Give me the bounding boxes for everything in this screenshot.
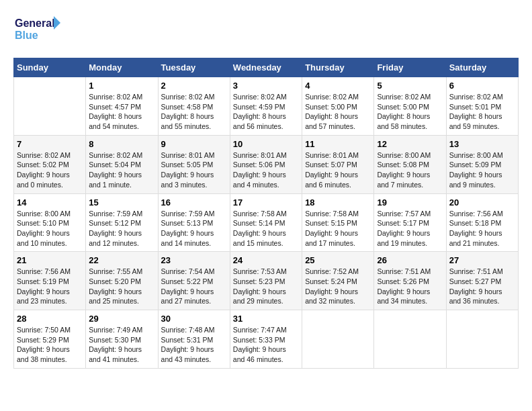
calendar-cell: 18Sunrise: 7:58 AMSunset: 5:15 PMDayligh… bbox=[302, 193, 374, 252]
day-info: Sunrise: 7:47 AMSunset: 5:33 PMDaylight:… bbox=[233, 325, 299, 365]
day-number: 16 bbox=[161, 197, 227, 208]
calendar-cell: 5Sunrise: 8:02 AMSunset: 5:00 PMDaylight… bbox=[374, 77, 446, 136]
day-number: 6 bbox=[449, 81, 515, 91]
calendar-cell: 17Sunrise: 7:58 AMSunset: 5:14 PMDayligh… bbox=[230, 193, 302, 252]
logo-svg: General Blue bbox=[13, 13, 60, 47]
day-number: 9 bbox=[161, 139, 227, 149]
calendar-cell: 22Sunrise: 7:55 AMSunset: 5:20 PMDayligh… bbox=[86, 252, 158, 310]
calendar-cell: 14Sunrise: 8:00 AMSunset: 5:10 PMDayligh… bbox=[14, 193, 86, 252]
day-number: 10 bbox=[233, 139, 299, 149]
calendar-table: SundayMondayTuesdayWednesdayThursdayFrid… bbox=[13, 58, 519, 369]
day-info: Sunrise: 7:58 AMSunset: 5:14 PMDaylight:… bbox=[233, 209, 299, 248]
weekday-header: Tuesday bbox=[158, 58, 230, 77]
calendar-cell: 3Sunrise: 8:02 AMSunset: 4:59 PMDaylight… bbox=[230, 77, 302, 136]
weekday-header: Saturday bbox=[446, 58, 518, 77]
weekday-header: Monday bbox=[86, 58, 158, 77]
logo: General Blue bbox=[13, 13, 60, 47]
day-info: Sunrise: 7:59 AMSunset: 5:12 PMDaylight:… bbox=[89, 209, 154, 248]
calendar-header-row: SundayMondayTuesdayWednesdayThursdayFrid… bbox=[14, 58, 519, 77]
day-number: 30 bbox=[161, 314, 227, 324]
calendar-cell: 8Sunrise: 8:02 AMSunset: 5:04 PMDaylight… bbox=[86, 135, 158, 193]
day-number: 18 bbox=[305, 197, 371, 208]
calendar-cell: 1Sunrise: 8:02 AMSunset: 4:57 PMDaylight… bbox=[86, 77, 158, 136]
calendar-week-row: 21Sunrise: 7:56 AMSunset: 5:19 PMDayligh… bbox=[14, 252, 519, 310]
weekday-header: Sunday bbox=[14, 58, 86, 77]
day-info: Sunrise: 7:52 AMSunset: 5:24 PMDaylight:… bbox=[305, 267, 371, 306]
day-number: 5 bbox=[377, 81, 443, 91]
day-number: 25 bbox=[305, 255, 371, 265]
day-number: 13 bbox=[449, 139, 515, 149]
day-number: 28 bbox=[17, 314, 83, 324]
calendar-cell: 19Sunrise: 7:57 AMSunset: 5:17 PMDayligh… bbox=[374, 193, 446, 252]
day-info: Sunrise: 8:00 AMSunset: 5:10 PMDaylight:… bbox=[17, 209, 83, 248]
calendar-cell: 27Sunrise: 7:51 AMSunset: 5:27 PMDayligh… bbox=[446, 252, 518, 310]
day-info: Sunrise: 7:58 AMSunset: 5:15 PMDaylight:… bbox=[305, 209, 371, 248]
calendar-cell: 2Sunrise: 8:02 AMSunset: 4:58 PMDaylight… bbox=[158, 77, 230, 136]
calendar-cell: 28Sunrise: 7:50 AMSunset: 5:29 PMDayligh… bbox=[14, 310, 86, 369]
calendar-cell bbox=[446, 310, 518, 369]
calendar-week-row: 1Sunrise: 8:02 AMSunset: 4:57 PMDaylight… bbox=[14, 77, 519, 136]
day-info: Sunrise: 7:50 AMSunset: 5:29 PMDaylight:… bbox=[17, 325, 83, 365]
day-info: Sunrise: 7:55 AMSunset: 5:20 PMDaylight:… bbox=[89, 267, 154, 306]
day-number: 29 bbox=[89, 314, 154, 324]
svg-text:Blue: Blue bbox=[15, 30, 38, 41]
day-number: 3 bbox=[233, 81, 299, 91]
day-info: Sunrise: 7:51 AMSunset: 5:26 PMDaylight:… bbox=[377, 267, 443, 306]
calendar-cell: 25Sunrise: 7:52 AMSunset: 5:24 PMDayligh… bbox=[302, 252, 374, 310]
day-info: Sunrise: 8:00 AMSunset: 5:08 PMDaylight:… bbox=[377, 150, 443, 190]
calendar-cell bbox=[374, 310, 446, 369]
calendar-cell: 16Sunrise: 7:59 AMSunset: 5:13 PMDayligh… bbox=[158, 193, 230, 252]
day-info: Sunrise: 8:02 AMSunset: 5:04 PMDaylight:… bbox=[89, 150, 154, 190]
day-number: 17 bbox=[233, 197, 299, 208]
calendar-cell: 31Sunrise: 7:47 AMSunset: 5:33 PMDayligh… bbox=[230, 310, 302, 369]
calendar-week-row: 7Sunrise: 8:02 AMSunset: 5:02 PMDaylight… bbox=[14, 135, 519, 193]
svg-marker-3 bbox=[54, 16, 60, 30]
weekday-header: Friday bbox=[374, 58, 446, 77]
day-info: Sunrise: 7:49 AMSunset: 5:30 PMDaylight:… bbox=[89, 325, 154, 365]
calendar-cell: 20Sunrise: 7:56 AMSunset: 5:18 PMDayligh… bbox=[446, 193, 518, 252]
day-number: 4 bbox=[305, 81, 371, 91]
calendar-cell: 21Sunrise: 7:56 AMSunset: 5:19 PMDayligh… bbox=[14, 252, 86, 310]
day-info: Sunrise: 7:53 AMSunset: 5:23 PMDaylight:… bbox=[233, 267, 299, 306]
weekday-header: Thursday bbox=[302, 58, 374, 77]
day-info: Sunrise: 7:56 AMSunset: 5:19 PMDaylight:… bbox=[17, 267, 83, 306]
calendar-cell: 9Sunrise: 8:01 AMSunset: 5:05 PMDaylight… bbox=[158, 135, 230, 193]
calendar-cell: 29Sunrise: 7:49 AMSunset: 5:30 PMDayligh… bbox=[86, 310, 158, 369]
calendar-week-row: 14Sunrise: 8:00 AMSunset: 5:10 PMDayligh… bbox=[14, 193, 519, 252]
calendar-cell bbox=[14, 77, 86, 136]
day-info: Sunrise: 7:57 AMSunset: 5:17 PMDaylight:… bbox=[377, 209, 443, 248]
day-number: 26 bbox=[377, 255, 443, 265]
day-info: Sunrise: 8:01 AMSunset: 5:05 PMDaylight:… bbox=[161, 150, 227, 190]
day-info: Sunrise: 7:56 AMSunset: 5:18 PMDaylight:… bbox=[449, 209, 515, 248]
day-number: 27 bbox=[449, 255, 515, 265]
page-header: General Blue bbox=[13, 13, 519, 47]
day-info: Sunrise: 8:00 AMSunset: 5:09 PMDaylight:… bbox=[449, 150, 515, 190]
day-info: Sunrise: 8:02 AMSunset: 5:00 PMDaylight:… bbox=[305, 92, 371, 132]
day-number: 8 bbox=[89, 139, 154, 149]
calendar-week-row: 28Sunrise: 7:50 AMSunset: 5:29 PMDayligh… bbox=[14, 310, 519, 369]
calendar-cell: 10Sunrise: 8:01 AMSunset: 5:06 PMDayligh… bbox=[230, 135, 302, 193]
day-info: Sunrise: 7:48 AMSunset: 5:31 PMDaylight:… bbox=[161, 325, 227, 365]
calendar-cell: 4Sunrise: 8:02 AMSunset: 5:00 PMDaylight… bbox=[302, 77, 374, 136]
day-info: Sunrise: 8:02 AMSunset: 4:59 PMDaylight:… bbox=[233, 92, 299, 132]
day-number: 31 bbox=[233, 314, 299, 324]
day-info: Sunrise: 8:01 AMSunset: 5:06 PMDaylight:… bbox=[233, 150, 299, 190]
calendar-cell: 26Sunrise: 7:51 AMSunset: 5:26 PMDayligh… bbox=[374, 252, 446, 310]
day-number: 7 bbox=[17, 139, 83, 149]
day-info: Sunrise: 8:02 AMSunset: 5:02 PMDaylight:… bbox=[17, 150, 83, 190]
day-number: 19 bbox=[377, 197, 443, 208]
day-number: 22 bbox=[89, 255, 154, 265]
day-info: Sunrise: 7:51 AMSunset: 5:27 PMDaylight:… bbox=[449, 267, 515, 306]
calendar-cell: 23Sunrise: 7:54 AMSunset: 5:22 PMDayligh… bbox=[158, 252, 230, 310]
day-info: Sunrise: 7:59 AMSunset: 5:13 PMDaylight:… bbox=[161, 209, 227, 248]
day-info: Sunrise: 8:02 AMSunset: 5:01 PMDaylight:… bbox=[449, 92, 515, 132]
calendar-cell: 24Sunrise: 7:53 AMSunset: 5:23 PMDayligh… bbox=[230, 252, 302, 310]
day-number: 11 bbox=[305, 139, 371, 149]
calendar-cell: 11Sunrise: 8:01 AMSunset: 5:07 PMDayligh… bbox=[302, 135, 374, 193]
day-number: 21 bbox=[17, 255, 83, 265]
svg-text:General: General bbox=[15, 17, 55, 29]
calendar-cell: 15Sunrise: 7:59 AMSunset: 5:12 PMDayligh… bbox=[86, 193, 158, 252]
day-number: 15 bbox=[89, 197, 154, 208]
calendar-cell: 6Sunrise: 8:02 AMSunset: 5:01 PMDaylight… bbox=[446, 77, 518, 136]
day-number: 20 bbox=[449, 197, 515, 208]
